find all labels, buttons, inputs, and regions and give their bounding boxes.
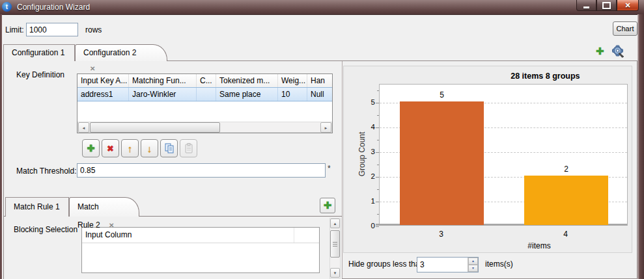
window-title: Configuration Wizard	[17, 3, 90, 12]
arrow-up-icon: ↑	[128, 143, 133, 154]
y-axis-tick-label: 5	[359, 97, 375, 107]
tab-match-rule-1[interactable]: Match Rule 1	[5, 197, 69, 217]
delete-icon: ✖	[107, 144, 114, 153]
bar-value-label: 5	[440, 90, 444, 100]
column-header[interactable]: Weig...	[278, 74, 307, 88]
y-axis-tick	[376, 202, 379, 202]
cell-input-key: address1	[77, 88, 129, 101]
tab-label: Match Rule 2	[77, 202, 100, 230]
cell-custom	[197, 88, 216, 101]
spinner-buttons: ▲ ▼	[468, 258, 478, 272]
scrollbar-thumb[interactable]	[330, 230, 340, 258]
key-definition-label: Key Definition	[16, 70, 64, 79]
close-icon: ✕	[624, 1, 630, 10]
hide-groups-spinner: ▲ ▼	[417, 257, 479, 272]
y-axis-minor-tick	[377, 214, 379, 215]
column-header-extra[interactable]	[294, 228, 319, 243]
close-button[interactable]: ✕	[617, 0, 639, 11]
tab-label: Configuration 1	[12, 48, 64, 57]
cell-matching-function: Jaro-Winkler	[129, 88, 197, 101]
scroll-down-button[interactable]: ▼	[330, 268, 340, 278]
y-axis-tick	[376, 152, 379, 153]
chart-plot: 52	[379, 84, 628, 226]
chart-title: 28 items 8 groups	[511, 72, 580, 81]
cell-tokenized: Same place	[216, 88, 278, 101]
hide-groups-label: Hide groups less than	[348, 259, 424, 269]
items-label: items(s)	[485, 259, 513, 269]
hide-groups-input[interactable]	[417, 258, 468, 272]
match-threshold-label: Match Threshold:	[16, 166, 77, 176]
y-axis-tick-label: 4	[359, 122, 375, 132]
move-down-button[interactable]: ↓	[141, 139, 158, 157]
configuration-wizard-window: t Configuration Wizard ✕ Limit: rows Cha…	[0, 0, 644, 279]
y-axis-minor-tick	[377, 165, 379, 165]
y-axis-tick	[376, 177, 379, 178]
chart-bar	[524, 176, 609, 225]
required-marker: *	[328, 164, 331, 173]
scroll-right-button[interactable]: ►	[320, 122, 331, 133]
blocking-selection-table: Input Column	[81, 227, 320, 273]
copy-button[interactable]	[160, 139, 178, 157]
window-border-right	[637, 14, 644, 279]
rows-label: rows	[85, 25, 102, 34]
title-bar[interactable]: t Configuration Wizard ✕	[0, 0, 644, 15]
scroll-left-button[interactable]: ◄	[78, 122, 89, 133]
chart-category-labels: 34	[379, 230, 628, 240]
limit-input[interactable]	[26, 23, 78, 36]
scrollbar-thumb[interactable]	[90, 122, 220, 133]
column-header[interactable]: C...	[197, 74, 216, 88]
delete-key-button[interactable]: ✖	[102, 139, 119, 157]
column-header[interactable]: Matching Fun...	[129, 74, 197, 88]
maximize-icon	[602, 2, 611, 9]
add-match-rule-button[interactable]: ✚	[320, 198, 335, 213]
column-header[interactable]: Han	[307, 74, 332, 88]
window-controls: ✕	[576, 0, 639, 11]
close-tab-icon[interactable]: ✕	[90, 61, 95, 77]
spin-up-button[interactable]: ▲	[468, 258, 478, 265]
y-axis-tick	[376, 226, 379, 227]
y-axis-minor-tick	[377, 90, 379, 91]
tab-match-rule-2[interactable]: Match Rule 2 ✕	[69, 197, 139, 217]
y-axis-tick-label: 0	[359, 220, 375, 231]
y-axis-tick-label: 3	[359, 146, 375, 157]
y-axis-tick-label: 1	[359, 196, 375, 206]
key-definition-table: Input Key A... Matching Fun... C... Toke…	[77, 73, 333, 133]
x-axis-category-label: 4	[563, 230, 568, 239]
y-axis-tick	[376, 127, 379, 128]
column-header[interactable]: Tokenized m...	[216, 74, 278, 88]
minimize-button[interactable]	[576, 0, 596, 11]
table-horizontal-scrollbar[interactable]: ◄ ►	[77, 122, 332, 133]
chart-button[interactable]: Chart	[613, 21, 637, 36]
scroll-up-button[interactable]: ▲	[330, 219, 340, 228]
configuration-settings-gear-icon[interactable]	[611, 45, 625, 58]
close-tab-icon[interactable]: ✕	[109, 217, 114, 235]
tab-configuration-2[interactable]: Configuration 2 ✕	[75, 44, 167, 61]
tab-label: Match Rule 1	[14, 202, 60, 211]
y-axis-minor-tick	[377, 140, 379, 140]
table-header-row: Input Key A... Matching Fun... C... Toke…	[77, 74, 332, 88]
y-axis-minor-tick	[377, 189, 379, 190]
add-key-button[interactable]: ✚	[82, 139, 100, 157]
tab-configuration-1[interactable]: Configuration 1	[3, 44, 75, 61]
chart-panel: 28 items 8 groups Group Count 012345 52 …	[343, 66, 632, 253]
y-axis-tick-label: 2	[359, 171, 375, 181]
paste-button	[180, 139, 197, 157]
y-axis-minor-tick	[377, 115, 379, 116]
app-icon: t	[2, 2, 12, 12]
table-row-selected[interactable]: address1 Jaro-Winkler Same place 10 Null	[77, 88, 332, 101]
chart-bar	[400, 101, 484, 225]
cell-weight: 10	[278, 88, 307, 101]
spin-down-button[interactable]: ▼	[468, 265, 478, 272]
minimize-icon	[583, 7, 589, 8]
x-axis-category-label: 3	[439, 230, 443, 239]
y-axis-tick	[376, 103, 379, 103]
x-axis-label-text: #items	[527, 241, 550, 250]
maximize-button[interactable]	[596, 0, 617, 11]
panel-vertical-scrollbar[interactable]: ▲ ▼	[329, 218, 341, 279]
add-configuration-icon[interactable]: ✚	[596, 46, 604, 57]
window-border-left	[0, 14, 2, 279]
move-up-button[interactable]: ↑	[121, 139, 139, 157]
cell-handle-null: Null	[307, 88, 332, 101]
match-threshold-input[interactable]	[77, 163, 326, 178]
add-icon: ✚	[87, 143, 95, 153]
